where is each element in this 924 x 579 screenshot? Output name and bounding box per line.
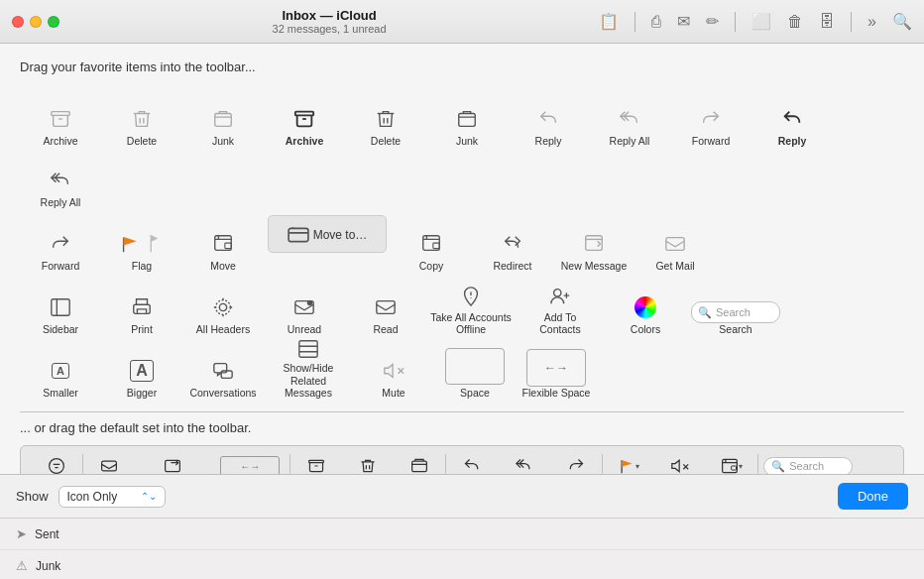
dt-search[interactable]: 🔍 Search Search [758,453,858,475]
junk-sidebar-icon: ⚠ [16,558,28,573]
minimize-button[interactable] [30,16,42,28]
tool-flag-label: Flag [132,260,152,273]
forward-icon2 [50,230,71,258]
svg-rect-17 [377,301,395,314]
tool-delete-muted[interactable]: Delete [101,90,182,152]
show-label: Show [16,489,49,504]
tool-row-4: A Smaller A Bigger Conversations [20,342,904,404]
tool-colors[interactable]: Colors [605,279,686,340]
tool-unread[interactable]: Unread [264,279,345,340]
tool-delete[interactable]: Delete [345,90,426,152]
dt-flag[interactable]: ▾ Flag [603,452,654,474]
tool-getmail[interactable]: Get Mail [635,215,716,277]
svg-rect-2 [295,112,313,116]
tool-forward[interactable]: Forward [20,215,101,277]
forward-icon-muted [700,105,722,133]
svg-point-16 [307,300,313,306]
read-icon [375,293,397,321]
tool-read[interactable]: Read [345,279,426,340]
reply-icon-active [781,105,803,133]
dt-forward-icon [567,456,585,474]
tool-copy[interactable]: Copy [391,215,472,277]
tool-print[interactable]: Print [101,279,182,340]
tool-row-1: Archive Delete Junk Archiv [20,90,904,213]
dt-move[interactable]: ▾ Move [706,452,757,474]
dt-delete[interactable]: Delete [342,452,394,474]
traffic-lights [12,16,59,28]
svg-rect-10 [666,238,684,251]
notes-icon[interactable]: 📋 [599,12,619,31]
tool-reply-active[interactable]: Reply [751,90,833,152]
moveto-label: Move to… [313,228,368,242]
dt-flag-icon: ▾ [618,456,639,474]
tool-sidebar[interactable]: Sidebar [20,279,101,340]
dt-flexspace-visual: ←→ [220,456,280,474]
tool-bigger-label: Bigger [127,387,157,400]
tool-bigger[interactable]: A Bigger [101,342,182,404]
tool-flag[interactable]: Flag [101,215,182,277]
tool-addcontacts[interactable]: Add To Contacts [516,279,605,340]
tool-moveto[interactable]: Move to… [268,215,387,253]
zoom-button[interactable] [48,16,59,28]
close-button[interactable] [12,16,24,28]
tool-move[interactable]: Move [182,215,264,277]
trash-icon[interactable]: 🗑 [787,13,803,31]
tool-flexspace[interactable]: Flexible Space [516,342,597,404]
dt-newmsg-icon [164,456,181,474]
tool-reply-muted[interactable]: Reply [508,90,589,152]
box-icon[interactable]: ⬜ [751,12,771,31]
print-icon[interactable]: ⎙ [651,13,661,31]
dt-search-bar[interactable]: 🔍 Search [763,457,853,475]
archive-icon-title[interactable]: 🗄 [819,13,835,31]
mute-icon [383,357,404,385]
archive-icon-muted [50,105,71,133]
show-select-chevron: ⌃⌄ [141,491,157,502]
svg-rect-21 [299,341,317,358]
tool-junk[interactable]: Junk [426,90,508,152]
mail-icon[interactable]: ✉ [677,12,690,31]
search-title-icon[interactable]: 🔍 [892,12,912,31]
drag-divider [20,411,904,412]
dt-filter[interactable]: Filter [31,452,82,474]
tool-archive-muted[interactable]: Archive [20,90,101,152]
tool-redirect[interactable]: Redirect [472,215,553,277]
tool-showhide-label: Show/Hide Related Messages [268,362,349,400]
tool-takeall[interactable]: Take All Accounts Offline [426,279,516,340]
dt-junk[interactable]: Junk [394,452,445,474]
compose-icon[interactable]: ✏ [706,12,719,31]
tool-junk-muted[interactable]: Junk [182,90,264,152]
smaller-icon: A [52,357,69,385]
dt-flexspace[interactable]: ←→ Flexible Space [210,452,289,474]
tool-newmsg[interactable]: New Message [553,215,635,277]
bottom-bar: Show Icon Only ⌃⌄ Done [0,474,924,518]
tool-replyall-muted[interactable]: Reply All [589,90,670,152]
dt-archive-icon [307,456,325,474]
tool-allheaders[interactable]: All Headers [182,279,264,340]
tool-space[interactable]: Space [434,342,516,404]
dt-newmsg[interactable]: New Message [135,452,210,474]
tool-mute[interactable]: Mute [353,342,434,404]
tool-search[interactable]: 🔍 Search Search [686,279,785,340]
dt-getmail[interactable]: Get Mail [83,452,135,474]
conversations-icon [212,357,234,385]
search-input-item[interactable]: 🔍 Search [691,301,780,323]
tool-archive-active[interactable]: Archive [264,90,345,152]
dt-reply[interactable]: Reply [446,452,498,474]
sidebar-sent[interactable]: ➤ Sent [0,519,924,550]
tool-mute-label: Mute [382,387,404,400]
tool-forward-muted[interactable]: Forward [670,90,751,152]
tool-redirect-label: Redirect [493,260,531,273]
dt-archive[interactable]: Archive [290,452,342,474]
tool-showhide[interactable]: Show/Hide Related Messages [264,342,353,404]
show-select[interactable]: Icon Only ⌃⌄ [58,486,167,508]
dt-replyall[interactable]: Reply All [498,452,550,474]
more-icon[interactable]: » [867,13,876,31]
dt-forward[interactable]: Forward [550,452,602,474]
dt-mute[interactable]: Mute [654,452,706,474]
svg-point-13 [219,304,226,311]
sidebar-junk[interactable]: ⚠ Junk [0,550,924,579]
tool-replyall[interactable]: Reply All [20,152,101,213]
tool-smaller[interactable]: A Smaller [20,342,101,404]
done-button[interactable]: Done [838,483,908,510]
tool-conversations[interactable]: Conversations [182,342,264,404]
